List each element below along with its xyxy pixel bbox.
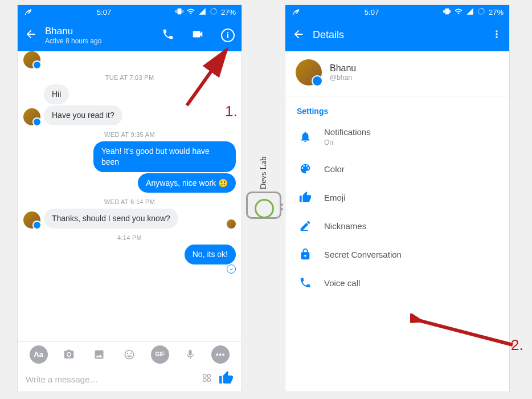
vibrate-icon [443, 7, 451, 17]
settings-item-label: Color [324, 164, 345, 174]
settings-item-nicknames[interactable]: Nicknames [285, 211, 509, 240]
status-time: 5:07 [97, 8, 111, 17]
pencil-icon [298, 219, 313, 232]
timestamp: WED AT 6:14 PM [23, 198, 236, 205]
devslab-watermark: Devs Lab [244, 168, 284, 265]
svg-point-2 [207, 374, 211, 378]
avatar-icon [23, 51, 40, 68]
chat-messages[interactable]: TUE AT 7:03 PM Hii Have you read it? WED… [18, 51, 242, 341]
devslab-badge-icon [246, 192, 281, 219]
sticker-button[interactable] [200, 372, 213, 386]
settings-item-label: Emoji [324, 193, 346, 202]
message-bubble-in[interactable]: Hii [44, 84, 69, 104]
composer-toolbar: Aa GIF ••• [18, 341, 242, 367]
chat-screen: 5:07 27% Bhanu Active 8 hours ago i TUE … [17, 5, 242, 392]
message-bubble-out[interactable]: Anyways, nice work 🙂 [138, 173, 236, 193]
svg-point-3 [203, 378, 207, 382]
details-header: Details [285, 19, 509, 51]
settings-item-voice-call[interactable]: Voice call [285, 268, 509, 297]
gallery-button[interactable] [90, 345, 108, 364]
signal-icon [198, 7, 206, 17]
profile-row[interactable]: Bhanu @bhan [285, 51, 509, 93]
read-receipt-avatar [227, 219, 236, 229]
phone-icon [298, 276, 313, 289]
battery-ring-icon [477, 7, 485, 17]
thumbs-up-button[interactable] [219, 370, 234, 388]
contact-name: Bhanu [45, 26, 145, 37]
settings-item-secret-conversation[interactable]: Secret Conversation [285, 240, 509, 268]
timestamp: 4:14 PM [23, 234, 236, 241]
palette-icon [298, 162, 313, 175]
vibrate-icon [175, 7, 183, 17]
voice-clip-button[interactable] [181, 345, 199, 364]
chat-header-title[interactable]: Bhanu Active 8 hours ago [45, 26, 145, 46]
leaf-icon [23, 7, 32, 18]
message-bubble-in[interactable]: Have you read it? [44, 105, 122, 125]
text-format-button[interactable]: Aa [30, 345, 48, 364]
info-button[interactable]: i [221, 28, 235, 42]
status-bar: 5:07 27% [285, 5, 509, 19]
lock-icon [298, 248, 313, 260]
settings-item-notifications[interactable]: Notifications On [285, 119, 509, 154]
battery-ring-icon [210, 7, 218, 17]
annotation-label-2: 2. [511, 336, 523, 354]
settings-item-color[interactable]: Color [285, 154, 509, 183]
avatar-icon [23, 211, 40, 229]
composer-input-row: Write a message… [18, 367, 242, 392]
avatar-icon [23, 108, 40, 125]
leaf-icon [291, 7, 300, 18]
overflow-menu-button[interactable] [491, 28, 502, 42]
svg-rect-6 [301, 230, 308, 231]
camera-button[interactable] [60, 345, 78, 364]
status-battery: 27% [221, 8, 236, 17]
message-bubble-out[interactable]: Yeah! It's good but would have been [93, 141, 236, 172]
profile-name: Bhanu [330, 63, 356, 74]
back-button[interactable] [24, 28, 37, 43]
video-call-button[interactable] [191, 28, 204, 43]
message-bubble-out[interactable]: No, its ok! [185, 245, 236, 264]
timestamp: WED AT 9:35 AM [23, 131, 236, 138]
settings-item-sub: On [324, 139, 371, 146]
svg-point-1 [203, 374, 207, 378]
signal-icon [466, 7, 474, 17]
avatar-icon [296, 59, 322, 85]
settings-item-label: Notifications [324, 127, 371, 137]
contact-status: Active 8 hours ago [45, 37, 145, 45]
status-bar: 5:07 27% [18, 5, 242, 19]
status-battery: 27% [489, 8, 504, 17]
status-time: 5:07 [365, 8, 379, 17]
svg-point-4 [207, 378, 211, 382]
sent-receipt-icon [227, 264, 236, 274]
settings-item-label: Secret Conversation [324, 250, 402, 259]
settings-item-emoji[interactable]: Emoji [285, 183, 509, 211]
bell-icon [298, 131, 313, 143]
wifi-icon [187, 7, 195, 17]
settings-section-label: Settings [285, 101, 509, 119]
timestamp: TUE AT 7:03 PM [23, 74, 236, 81]
message-bubble-in[interactable]: Thanks, should I send you know? [44, 209, 178, 229]
thumb-icon [298, 191, 313, 203]
details-screen: 5:07 27% Details Bhanu @bhan Settings [285, 5, 510, 392]
profile-handle: @bhan [330, 74, 356, 82]
details-body[interactable]: Bhanu @bhan Settings Notifications On Co… [285, 51, 509, 392]
emoji-button[interactable] [120, 345, 138, 364]
svg-point-0 [211, 9, 217, 15]
wifi-icon [455, 7, 463, 17]
svg-point-5 [478, 9, 485, 15]
more-button[interactable]: ••• [211, 345, 230, 364]
back-button[interactable] [292, 28, 305, 43]
message-input[interactable]: Write a message… [26, 374, 195, 384]
settings-item-label: Voice call [324, 278, 360, 288]
details-title: Details [313, 29, 483, 42]
divider [285, 96, 509, 96]
voice-call-button[interactable] [162, 28, 174, 43]
settings-list: Notifications On Color Emoji Nicknames S… [285, 119, 509, 297]
settings-item-label: Nicknames [324, 221, 366, 231]
gif-button[interactable]: GIF [151, 345, 169, 364]
chat-header: Bhanu Active 8 hours ago i [18, 19, 242, 51]
